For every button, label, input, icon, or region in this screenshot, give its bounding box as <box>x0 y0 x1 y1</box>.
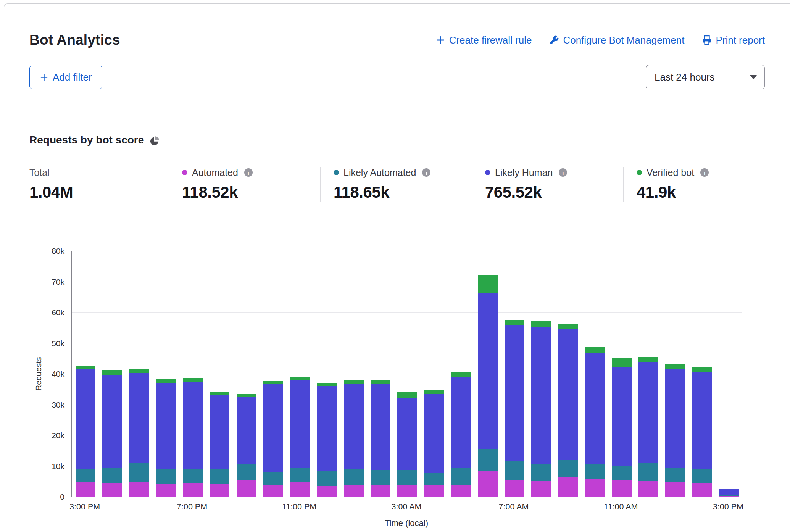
chart-bar[interactable] <box>451 372 471 497</box>
segment-likely-automated <box>129 463 149 481</box>
segment-verified-bot <box>505 320 524 325</box>
chart-bar[interactable] <box>102 370 122 497</box>
y-tick-label: 10k <box>52 461 64 472</box>
info-icon[interactable] <box>244 168 253 177</box>
stat-value: 1.04M <box>29 183 169 202</box>
segment-likely-automated <box>344 469 364 486</box>
stat-label: Verified bot <box>647 167 694 178</box>
chart-bar[interactable] <box>478 275 498 497</box>
segment-likely-automated <box>183 469 203 483</box>
segment-likely-human <box>585 353 605 464</box>
segment-verified-bot <box>290 377 310 380</box>
chart-bar[interactable] <box>585 347 605 497</box>
segment-likely-automated <box>665 468 685 482</box>
chart-bar[interactable] <box>371 380 390 497</box>
chart-bar[interactable] <box>692 367 712 497</box>
segment-likely-human <box>371 384 390 470</box>
segment-automated <box>397 485 417 497</box>
segment-likely-human <box>129 373 149 463</box>
segment-automated <box>317 486 337 497</box>
time-range-select[interactable]: Last 24 hours <box>646 65 765 89</box>
segment-likely-human <box>263 384 283 472</box>
chart-bar[interactable] <box>531 321 551 497</box>
chart-bar[interactable] <box>290 377 310 497</box>
chart-bar[interactable] <box>344 380 364 497</box>
x-tick-label: 7:00 AM <box>499 502 529 512</box>
create-firewall-rule-link[interactable]: Create firewall rule <box>435 34 532 46</box>
printer-icon <box>702 35 712 45</box>
x-tick-label: 3:00 PM <box>69 502 100 512</box>
chart-bar[interactable] <box>210 392 229 497</box>
info-icon[interactable] <box>559 168 567 177</box>
segment-automated <box>451 485 471 497</box>
wrench-icon <box>549 35 559 45</box>
segment-likely-human <box>558 329 578 459</box>
segment-verified-bot <box>424 390 444 394</box>
chart-bar[interactable] <box>397 392 417 497</box>
add-filter-button[interactable]: Add filter <box>29 66 102 89</box>
segment-verified-bot <box>317 383 337 387</box>
y-tick-label: 0 <box>60 492 64 502</box>
segment-likely-automated <box>76 469 95 482</box>
chart-bar[interactable] <box>317 383 337 497</box>
chart-bar[interactable] <box>638 357 658 497</box>
likely-automated-dot <box>334 170 339 175</box>
segment-verified-bot <box>183 378 203 382</box>
stat-label: Automated <box>192 167 238 178</box>
bot-analytics-card: Bot Analytics Create firewall rule Confi… <box>4 3 790 532</box>
segment-likely-automated <box>317 471 337 486</box>
chart-bar[interactable] <box>156 379 176 497</box>
x-tick-label: 3:00 PM <box>713 502 743 512</box>
chart-bar[interactable] <box>129 369 149 497</box>
segment-automated <box>210 484 229 497</box>
segment-likely-automated <box>102 468 122 483</box>
segment-verified-bot <box>531 321 551 327</box>
stat-value: 765.52k <box>485 183 623 202</box>
segment-likely-human <box>183 382 203 469</box>
chart-bar[interactable] <box>505 320 524 497</box>
chart-bar[interactable] <box>424 390 444 497</box>
segment-likely-automated <box>397 470 417 485</box>
chart-bar[interactable] <box>612 358 632 497</box>
segment-likely-human <box>478 293 498 450</box>
segment-likely-human <box>424 394 444 473</box>
verified-bot-dot <box>637 170 642 175</box>
chart-bar[interactable] <box>263 381 283 497</box>
chart-bar[interactable] <box>237 394 256 497</box>
chart-bar[interactable] <box>76 366 95 497</box>
segment-automated <box>585 479 605 497</box>
segment-verified-bot <box>76 366 95 369</box>
chart-bar[interactable] <box>719 489 739 497</box>
gridline <box>72 343 742 343</box>
segment-likely-automated <box>531 464 551 481</box>
print-report-link[interactable]: Print report <box>702 34 765 46</box>
header-actions: Create firewall rule Configure Bot Manag… <box>435 34 765 46</box>
segment-likely-automated <box>505 461 524 480</box>
segment-automated <box>424 485 444 497</box>
chart-bar[interactable] <box>665 364 685 497</box>
stat-likely-automated: Likely Automated 118.65k <box>320 167 472 202</box>
segment-automated <box>371 485 390 497</box>
segment-automated <box>612 480 632 497</box>
gridline <box>72 282 742 282</box>
stat-label: Total <box>29 167 169 178</box>
segment-verified-bot <box>638 357 658 362</box>
segment-likely-automated <box>210 469 229 484</box>
chart-bar[interactable] <box>183 378 203 497</box>
y-tick-label: 60k <box>52 307 64 318</box>
info-icon[interactable] <box>700 168 709 177</box>
y-tick-label: 80k <box>52 246 64 256</box>
chart-bar[interactable] <box>558 324 578 497</box>
segment-likely-human <box>692 372 712 469</box>
segment-likely-human <box>665 369 685 468</box>
segment-automated <box>102 483 122 497</box>
stat-automated: Automated 118.52k <box>169 167 320 202</box>
x-tick-label: 11:00 PM <box>282 502 316 512</box>
x-axis-title: Time (local) <box>71 518 742 528</box>
info-icon[interactable] <box>422 168 430 177</box>
segment-likely-automated <box>478 449 498 471</box>
segment-automated <box>665 482 685 497</box>
segment-verified-bot <box>156 379 176 383</box>
segment-likely-automated <box>237 464 256 481</box>
configure-bot-management-link[interactable]: Configure Bot Management <box>549 34 684 46</box>
